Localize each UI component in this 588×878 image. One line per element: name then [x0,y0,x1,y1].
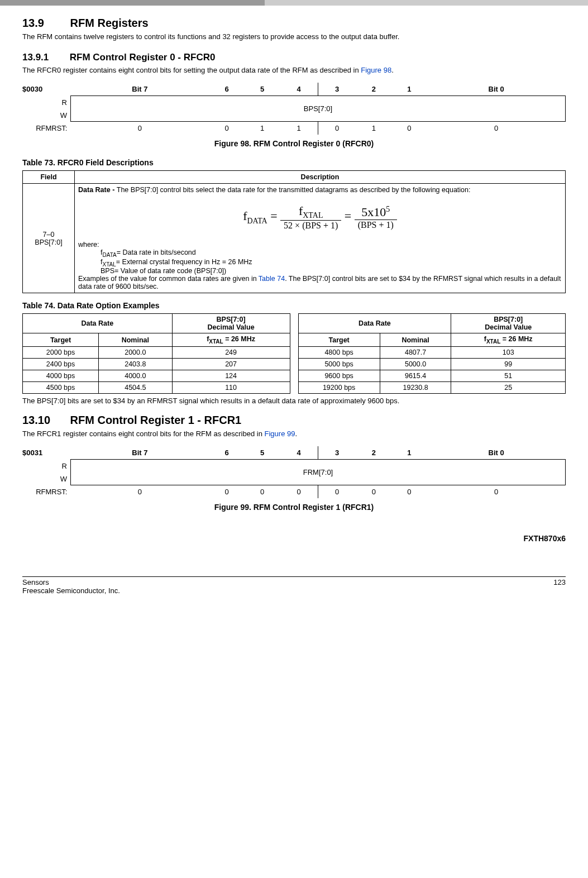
table-73-caption: Table 73. RFCR0 Field Descriptions [22,158,566,167]
reset-bit: 0 [71,485,209,499]
bit-header: 3 [318,83,356,96]
t73-desc: Data Rate - The BPS[7:0] control bits se… [75,184,566,293]
table-row: 2000 bps2000.0249 [23,346,290,358]
bit-header: 6 [209,446,245,460]
reset-bit: 1 [245,122,280,135]
table-74-right: Data Rate BPS[7:0]Decimal Value Target N… [298,313,566,394]
table-row: 4500 bps4504.5110 [23,381,290,393]
t73-field-hdr: Field [23,171,75,184]
footer-left-2: Freescale Semiconductor, Inc. [22,586,120,595]
device-name: FXTH870x6 [22,534,566,543]
table-74: Data Rate BPS[7:0]Decimal Value Target N… [22,313,566,394]
reg1-addr: $0031 [22,446,71,460]
intro-13-9: The RFM contains twelve registers to con… [22,32,566,42]
secnum: 13.9 [22,17,67,30]
table-row: 19200 bps19230.825 [298,381,566,393]
table-73: Field Description 7–0 BPS[7:0] Data Rate… [22,170,566,293]
bit-header: Bit 7 [71,83,209,96]
bit-header: 4 [280,446,318,460]
bit-header: 3 [318,446,356,460]
sectitle: RFM Registers [70,17,149,29]
reset-bit: 0 [209,485,245,499]
bit-header: 5 [245,83,280,96]
figure-99-caption: Figure 99. RFM Control Register 1 (RFCR1… [22,503,566,512]
table-row: 9600 bps9615.451 [298,370,566,381]
table-74-note: The BPS[7:0] bits are set to $34 by an R… [22,396,566,406]
rw-w: W [22,473,71,485]
sectitle: RFM Control Register 0 - RFCR0 [70,52,216,63]
reset-label: RFMRST: [22,122,71,135]
reset-bit: 1 [356,122,391,135]
reset-bit: 0 [209,122,245,135]
reset-bit: 0 [71,122,209,135]
bit-header: Bit 7 [71,446,209,460]
rw-r: R [22,96,71,109]
xref-figure-98[interactable]: Figure 98 [361,66,391,74]
figure-98-caption: Figure 98. RFM Control Register 0 (RFCR0… [22,139,566,148]
sectitle: RFM Control Register 1 - RFCR1 [70,414,242,426]
reset-bit: 0 [280,485,318,499]
reset-bit: 0 [318,122,356,135]
register-rfcr1: $0031 Bit 7 6 5 4 3 2 1 Bit 0 R FRM[7:0]… [22,446,566,498]
reset-bit: 0 [356,485,391,499]
register-rfcr0: $0030 Bit 7 6 5 4 3 2 1 Bit 0 R BPS[7:0]… [22,83,566,135]
intro-13-10: The RFCR1 register contains eight contro… [22,429,566,439]
secnum: 13.9.1 [22,52,67,63]
heading-13-9-1: 13.9.1 RFM Control Register 0 - RFCR0 [22,52,566,63]
rw-r: R [22,460,71,473]
reset-bit: 0 [318,485,356,499]
page-number: 123 [553,578,566,595]
rw-w: W [22,109,71,122]
header-tab-bar [0,0,588,6]
reset-label: RFMRST: [22,485,71,499]
reset-bit: 0 [427,122,566,135]
bit-header: 2 [356,446,391,460]
table-74-caption: Table 74. Data Rate Option Examples [22,301,566,310]
table-row: 4800 bps4807.7103 [298,346,566,358]
reset-bit: 1 [280,122,318,135]
heading-13-10: 13.10 RFM Control Register 1 - RFCR1 [22,414,566,427]
page-footer: Sensors Freescale Semiconductor, Inc. 12… [22,576,566,595]
xref-table-74[interactable]: Table 74 [259,275,285,283]
secnum: 13.10 [22,414,67,427]
reg1-field: FRM[7:0] [71,460,566,485]
t73-desc-hdr: Description [75,171,566,184]
reset-bit: 0 [427,485,566,499]
footer-left-1: Sensors [22,578,49,586]
reg0-field: BPS[7:0] [71,96,566,122]
reg0-addr: $0030 [22,83,71,96]
bit-header: 5 [245,446,280,460]
bit-header: 2 [356,83,391,96]
reset-bit: 0 [391,485,427,499]
heading-13-9: 13.9 RFM Registers [22,17,566,30]
eqn-defs: fDATA= Data rate in bits/second fXTAL= E… [101,249,562,275]
table-row: 5000 bps5000.099 [298,358,566,370]
bit-header: 1 [391,446,427,460]
bit-header: 6 [209,83,245,96]
bit-header: Bit 0 [427,83,566,96]
reset-bit: 0 [245,485,280,499]
t73-field: 7–0 BPS[7:0] [23,184,75,293]
intro-13-9-1: The RFCR0 register contains eight contro… [22,65,566,75]
table-row: 2400 bps2403.8207 [23,358,290,370]
bit-header: Bit 0 [427,446,566,460]
table-74-left: Data Rate BPS[7:0]Decimal Value Target N… [22,313,290,394]
bit-header: 4 [280,83,318,96]
xref-figure-99[interactable]: Figure 99 [265,430,295,438]
table-row: 4000 bps4000.0124 [23,370,290,381]
bit-header: 1 [391,83,427,96]
reset-bit: 0 [391,122,427,135]
equation-fdata: fDATA = fXTAL 52 × (BPS + 1) = 5x105 (BP… [78,204,562,231]
